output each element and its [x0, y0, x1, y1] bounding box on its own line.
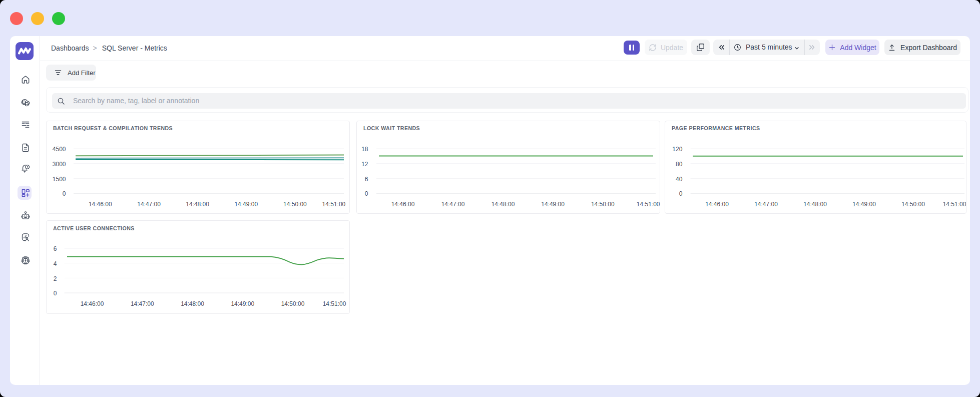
svg-text:0: 0 — [679, 190, 683, 197]
svg-text:14:50:00: 14:50:00 — [283, 200, 307, 207]
svg-text:6: 6 — [54, 245, 57, 252]
svg-text:120: 120 — [672, 146, 682, 153]
svg-text:14:47:00: 14:47:00 — [754, 200, 778, 207]
svg-text:18: 18 — [361, 146, 368, 153]
svg-text:0: 0 — [54, 290, 57, 297]
svg-text:14:49:00: 14:49:00 — [852, 200, 876, 207]
svg-text:0: 0 — [63, 190, 66, 197]
svg-text:14:48:00: 14:48:00 — [181, 300, 204, 307]
svg-text:14:47:00: 14:47:00 — [131, 300, 154, 307]
svg-text:14:46:00: 14:46:00 — [705, 200, 729, 207]
svg-text:12: 12 — [361, 160, 368, 167]
svg-text:4: 4 — [54, 260, 57, 267]
svg-text:14:50:00: 14:50:00 — [281, 300, 305, 307]
svg-text:14:51:00: 14:51:00 — [943, 200, 966, 207]
svg-text:14:49:00: 14:49:00 — [541, 200, 565, 207]
svg-text:14:50:00: 14:50:00 — [901, 200, 925, 207]
svg-text:14:47:00: 14:47:00 — [137, 200, 161, 207]
svg-text:14:46:00: 14:46:00 — [81, 300, 104, 307]
svg-text:14:48:00: 14:48:00 — [186, 200, 209, 207]
svg-text:14:48:00: 14:48:00 — [803, 200, 827, 207]
svg-text:14:51:00: 14:51:00 — [322, 200, 346, 207]
svg-text:14:46:00: 14:46:00 — [89, 200, 112, 207]
svg-text:14:49:00: 14:49:00 — [231, 300, 254, 307]
svg-text:1500: 1500 — [53, 175, 66, 182]
svg-text:14:51:00: 14:51:00 — [637, 200, 660, 207]
svg-text:40: 40 — [676, 175, 683, 182]
svg-text:80: 80 — [676, 160, 683, 167]
svg-text:6: 6 — [365, 175, 368, 182]
svg-text:4500: 4500 — [53, 146, 66, 153]
svg-text:14:47:00: 14:47:00 — [441, 200, 465, 207]
svg-text:2: 2 — [54, 275, 57, 282]
svg-text:14:48:00: 14:48:00 — [492, 200, 515, 207]
svg-text:14:51:00: 14:51:00 — [323, 300, 346, 307]
svg-text:14:49:00: 14:49:00 — [234, 200, 258, 207]
svg-text:3000: 3000 — [53, 160, 66, 167]
svg-text:14:50:00: 14:50:00 — [591, 200, 615, 207]
svg-text:0: 0 — [365, 190, 368, 197]
svg-text:14:46:00: 14:46:00 — [391, 200, 415, 207]
